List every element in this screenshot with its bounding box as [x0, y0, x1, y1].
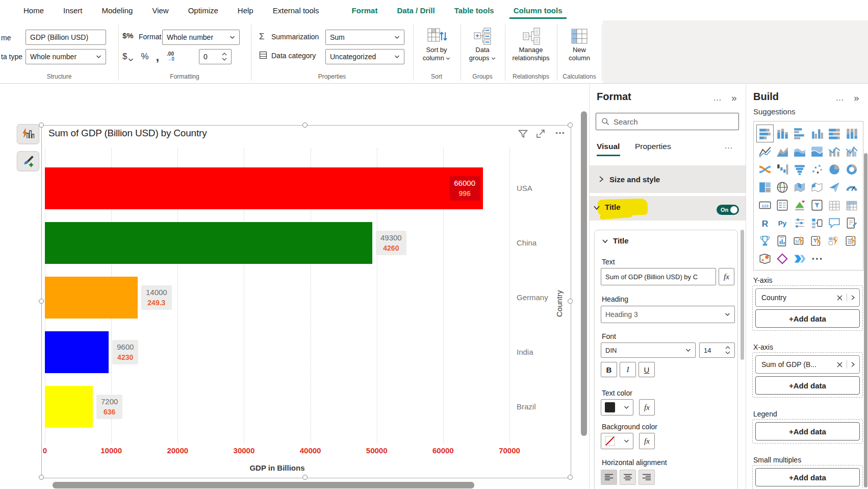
align-right-button[interactable] [639, 470, 655, 485]
visual-type-kpi-icon[interactable] [791, 196, 808, 214]
visual-type-power-apps-icon[interactable] [774, 250, 791, 267]
visual-type-new-button-slicer-icon[interactable] [826, 232, 843, 250]
vertical-scrollbar[interactable] [581, 111, 587, 436]
visual-type-azure-map-icon[interactable] [826, 178, 843, 196]
data-groups-button[interactable]: Datagroups [458, 27, 507, 62]
visual-type-new-slicer-icon[interactable] [808, 232, 826, 250]
menu-tab-format[interactable]: Format [348, 2, 382, 19]
bar-usa[interactable] [45, 167, 483, 209]
bar-india[interactable] [45, 331, 109, 373]
bar-germany[interactable] [45, 277, 138, 319]
decimal-places-stepper[interactable]: 0 [199, 49, 232, 64]
menu-tab-optimize[interactable]: Optimize [184, 2, 222, 19]
bold-button[interactable]: B [601, 362, 617, 377]
pane-collapse-icon[interactable]: » [854, 92, 860, 104]
pane-collapse-icon[interactable]: » [731, 92, 737, 104]
align-center-button[interactable] [620, 470, 636, 485]
visual-type-card-icon[interactable]: 123 [756, 196, 774, 214]
selection-handle[interactable] [302, 475, 308, 480]
pane-more-icon[interactable]: … [835, 93, 845, 103]
visual-type-slicer-icon[interactable] [808, 196, 826, 214]
title-text-fx-button[interactable]: fx [719, 268, 734, 285]
manage-relationships-button[interactable]: Managerelationships [506, 27, 555, 62]
decimal-places-icon[interactable]: .00 →0 [166, 52, 174, 62]
selection-handle[interactable] [39, 299, 44, 304]
add-data-button-small-multiples[interactable]: +Add data [755, 468, 860, 486]
menu-tab-insert[interactable]: Insert [59, 2, 87, 19]
visual-type-ribbon-chart-icon[interactable] [756, 160, 774, 178]
selection-handle[interactable] [568, 123, 573, 128]
tab-visual[interactable]: Visual [597, 142, 620, 151]
background-color-dropdown[interactable] [601, 433, 633, 449]
pane-more-icon[interactable]: … [713, 93, 722, 103]
format-pane-scrollbar[interactable] [741, 230, 744, 360]
chevron-right-icon[interactable] [851, 361, 855, 368]
visual-type-stacked-area-chart-icon[interactable] [791, 142, 808, 160]
visual-type-100-stacked-bar-chart-icon[interactable] [826, 125, 843, 142]
visual-type-python-visual-icon[interactable]: Py [774, 214, 791, 232]
visual-type-paginated-report-icon[interactable] [774, 232, 791, 250]
search-input[interactable]: Search [596, 113, 739, 130]
column-name-input[interactable]: GDP (Billion USD) [25, 30, 106, 45]
menu-tab-modeling[interactable]: Modeling [98, 2, 137, 19]
chevron-down-icon[interactable] [602, 238, 608, 244]
text-color-fx-button[interactable]: fx [639, 399, 655, 415]
selection-handle[interactable] [39, 475, 44, 480]
tab-properties[interactable]: Properties [635, 142, 671, 151]
selection-handle[interactable] [39, 123, 44, 128]
visual-type-100-stacked-column-chart-icon[interactable] [843, 125, 860, 142]
visual-type-new-text-slicer-icon[interactable] [843, 232, 860, 250]
visual-type-new-card-icon[interactable]: 123 [791, 232, 808, 250]
analyze-visual-button[interactable] [17, 124, 39, 144]
bar-china[interactable] [45, 222, 372, 264]
remove-field-icon[interactable] [836, 361, 843, 368]
summarization-select[interactable]: Sum [325, 30, 404, 45]
format-visual-button[interactable] [17, 151, 39, 171]
focus-mode-icon[interactable] [536, 130, 546, 138]
visual-type-table-icon[interactable] [826, 196, 843, 214]
font-size-stepper[interactable]: 14 [699, 343, 735, 358]
field-pill-y-axis[interactable]: Country [755, 288, 860, 307]
build-pane-scrollbar[interactable] [864, 153, 867, 487]
new-column-button[interactable]: Newcolumn [555, 27, 604, 62]
visual-type-decomposition-tree-icon[interactable] [791, 214, 808, 232]
visual-type-arcgis-map-icon[interactable] [756, 250, 774, 267]
visual-type-donut-chart-icon[interactable] [843, 160, 860, 178]
visual-type-stacked-column-chart-icon[interactable] [774, 125, 791, 142]
menu-tab-home[interactable]: Home [19, 2, 48, 19]
stepper-arrows-icon[interactable] [222, 52, 227, 61]
percent-format-icon[interactable]: % [141, 52, 148, 62]
chevron-right-icon[interactable] [851, 295, 855, 301]
visual-type-r-script-visual-icon[interactable]: R [756, 214, 774, 232]
visual-type-treemap-icon[interactable] [756, 178, 774, 196]
visual-type-line-chart-icon[interactable] [756, 142, 774, 160]
add-data-button-legend[interactable]: +Add data [755, 422, 860, 441]
visual-type-line-and-stacked-column-chart-icon[interactable] [826, 142, 843, 160]
visual-type-funnel-chart-icon[interactable] [791, 160, 808, 178]
visual-type-scatter-chart-icon[interactable] [808, 160, 826, 178]
visual-type-map-icon[interactable] [774, 178, 791, 196]
selection-handle[interactable] [302, 123, 308, 128]
title-text-input[interactable]: Sum of GDP (Billion USD) by C [601, 268, 716, 285]
visual-type-gauge-icon[interactable] [843, 178, 860, 196]
visual-type-clustered-bar-chart-icon[interactable] [791, 125, 808, 142]
add-data-button-y-axis[interactable]: +Add data [755, 309, 860, 328]
visual-type-pie-chart-icon[interactable] [826, 160, 843, 178]
visual-type-filled-map-icon[interactable] [791, 178, 808, 196]
visual-type-multi-row-card-icon[interactable] [774, 196, 791, 214]
visual-type-line-and-clustered-column-chart-icon[interactable] [843, 142, 860, 160]
visual-type-stacked-bar-chart-icon[interactable] [756, 125, 774, 142]
visual-type-metrics-icon[interactable] [756, 232, 774, 250]
data-type-select[interactable]: Whole number [25, 49, 106, 64]
data-category-select[interactable]: Uncategorized [325, 49, 404, 64]
background-color-fx-button[interactable]: fx [639, 433, 655, 449]
thousands-separator-icon[interactable]: , [156, 50, 160, 64]
stepper-arrows-icon[interactable] [725, 346, 730, 355]
selection-handle[interactable] [568, 475, 573, 480]
tabs-more-icon[interactable]: … [724, 141, 733, 151]
visual-type-smart-narrative-icon[interactable] [843, 214, 860, 232]
align-left-button[interactable] [601, 470, 617, 485]
heading-select[interactable]: Heading 3 [601, 306, 735, 323]
visual-type-waterfall-chart-icon[interactable] [774, 160, 791, 178]
remove-field-icon[interactable] [836, 295, 843, 301]
